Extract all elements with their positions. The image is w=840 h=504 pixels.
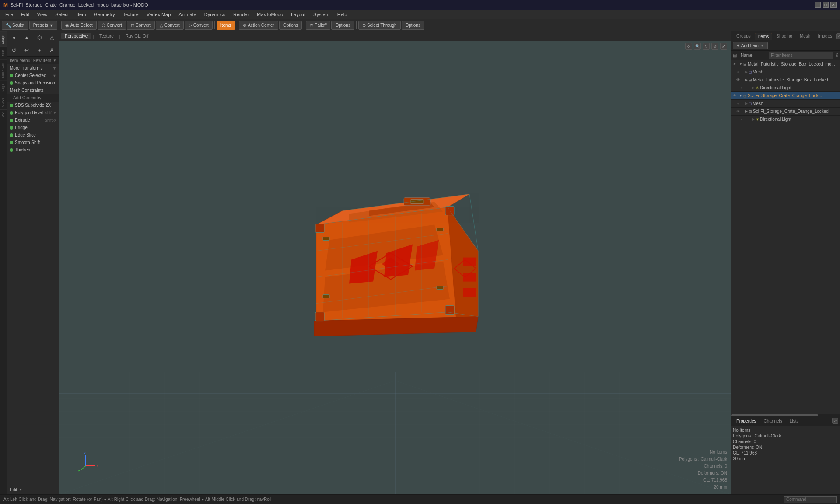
item-8-visibility-icon[interactable]: ● xyxy=(738,116,745,123)
menu-help[interactable]: Help xyxy=(334,11,351,18)
snaps-precision-button[interactable]: Snaps and Precision xyxy=(7,79,59,87)
rp-tab-groups[interactable]: Groups xyxy=(733,33,754,39)
menu-maxtomodo[interactable]: MaxToModo xyxy=(253,11,287,18)
perspective-tab[interactable]: Perspective xyxy=(61,33,91,39)
extrude-button[interactable]: Extrude Shift-X xyxy=(7,116,59,124)
item-row-5[interactable]: 👁 ▼ ⊞ Sci-Fi_Storage_Crate_Orange_Lock..… xyxy=(731,92,840,100)
rp-tab-images[interactable]: Images xyxy=(814,33,836,39)
side-tab-curve[interactable]: Curve xyxy=(0,94,7,109)
add-item-button[interactable]: + Add Item ▼ xyxy=(733,42,768,49)
viewport-settings-icon[interactable]: ⚙ xyxy=(711,43,718,50)
item-6-expand-icon[interactable]: ▶ xyxy=(745,102,748,105)
presets-button[interactable]: Presets ▼ xyxy=(29,21,57,30)
falloff-button[interactable]: ≋ Falloff xyxy=(306,21,330,30)
options-button-1[interactable]: Options xyxy=(279,21,302,30)
tool-text-icon[interactable]: A xyxy=(47,46,57,55)
item-5-visibility-icon[interactable]: 👁 xyxy=(731,92,738,100)
options-button-2[interactable]: Options xyxy=(331,21,354,30)
edge-slice-button[interactable]: Edge Slice xyxy=(7,131,59,139)
menu-system[interactable]: System xyxy=(310,11,333,18)
tool-select-item-icon[interactable]: △ xyxy=(47,33,57,42)
sculpt-button[interactable]: 🔧 Sculpt xyxy=(2,21,28,30)
side-tab-sculpt[interactable]: Sculpt xyxy=(0,32,7,47)
channels-tab[interactable]: Channels xyxy=(760,418,786,424)
menu-animate[interactable]: Animate xyxy=(175,11,200,18)
items-button[interactable]: Items xyxy=(217,21,235,30)
win-maximize-button[interactable]: □ xyxy=(822,2,829,8)
menu-file[interactable]: File xyxy=(2,11,17,18)
item-1-expand-icon[interactable]: ▼ xyxy=(739,62,742,66)
filter-input[interactable] xyxy=(769,52,833,59)
edit-button[interactable]: Edit ▼ xyxy=(7,486,59,494)
menu-select[interactable]: Select xyxy=(52,11,72,18)
options-button-3[interactable]: Options xyxy=(402,21,424,30)
item-7-visibility-icon[interactable]: 👁 xyxy=(735,108,742,116)
viewport-loop-icon[interactable]: ↻ xyxy=(703,43,710,50)
convert-button-1[interactable]: ⬡ Convert xyxy=(98,21,126,30)
tool-select-edge-icon[interactable]: ▲ xyxy=(22,33,32,42)
select-through-button[interactable]: ⊙ Select Through xyxy=(358,21,401,30)
win-minimize-button[interactable]: — xyxy=(815,2,821,8)
tool-move-icon[interactable]: ↩ xyxy=(22,46,32,55)
viewport-expand-icon[interactable]: ⤢ xyxy=(720,43,727,50)
item-6-visibility-icon[interactable]: ● xyxy=(735,100,742,108)
rp-collapse-icon[interactable]: ◁ xyxy=(836,33,840,39)
texture-tab[interactable]: Texture xyxy=(96,33,117,39)
auto-select-button[interactable]: ◉ Auto Select xyxy=(61,21,97,30)
rp-tab-mesh[interactable]: Mesh xyxy=(796,33,814,39)
convert-button-2[interactable]: ◻ Convert xyxy=(127,21,155,30)
thicken-button[interactable]: Thicken xyxy=(7,146,59,154)
item-1-visibility-icon[interactable]: 👁 xyxy=(731,60,738,68)
item-3-visibility-icon[interactable]: 👁 xyxy=(735,76,742,84)
bridge-button[interactable]: Bridge xyxy=(7,124,59,131)
center-selected-button[interactable]: Center Selected ▼ xyxy=(7,72,59,79)
item-8-expand-icon[interactable]: ▶ xyxy=(752,117,755,121)
ray-gl-tab[interactable]: Ray GL: Off xyxy=(122,33,152,39)
item-row-2[interactable]: ● ▶ ◻ Mesh xyxy=(731,68,840,76)
more-transforms-button[interactable]: More Transforms ▼ xyxy=(7,64,59,72)
sds-subdivide-button[interactable]: SDS Subdivide 2X xyxy=(7,102,59,109)
item-row-4[interactable]: ● ▶ ☀ Directional Light xyxy=(731,84,840,92)
item-2-expand-icon[interactable]: ▶ xyxy=(745,70,748,74)
tool-select-point-icon[interactable]: ● xyxy=(9,33,19,42)
side-tab-item[interactable]: Item xyxy=(0,47,7,60)
convert-button-4[interactable]: ▷ Convert xyxy=(185,21,213,30)
tool-rotate-icon[interactable]: ↺ xyxy=(9,46,19,55)
menu-dynamics[interactable]: Dynamics xyxy=(201,11,229,18)
menu-layout[interactable]: Layout xyxy=(287,11,309,18)
mesh-constraints-button[interactable]: Mesh Constraints xyxy=(7,87,59,94)
rp-tab-items[interactable]: Items xyxy=(755,33,772,40)
menu-render[interactable]: Render xyxy=(230,11,252,18)
item-7-expand-icon[interactable]: ▶ xyxy=(745,109,748,113)
side-tab-mesh-edit[interactable]: Mesh Edit xyxy=(0,60,7,81)
menu-item[interactable]: Item xyxy=(73,11,89,18)
item-row-7[interactable]: 👁 ▶ ⊞ Sci-Fi_Storage_Crate_Orange_Locked xyxy=(731,108,840,116)
item-4-expand-icon[interactable]: ▶ xyxy=(752,86,755,90)
viewport-search-icon[interactable]: 🔍 xyxy=(694,43,701,50)
rp-bottom-expand-icon[interactable]: ⤢ xyxy=(832,418,838,424)
item-row-1[interactable]: 👁 ▼ ⊞ Metal_Futuristic_Storage_Box_Locke… xyxy=(731,60,840,68)
menu-geometry[interactable]: Geometry xyxy=(90,11,118,18)
viewport-fit-icon[interactable]: ⊹ xyxy=(685,43,692,50)
item-3-expand-icon[interactable]: ▶ xyxy=(745,78,748,82)
side-tab-uv[interactable]: UV xyxy=(0,109,7,120)
lists-tab[interactable]: Lists xyxy=(786,418,802,424)
item-row-3[interactable]: 👁 ▶ ⊞ Metal_Futuristic_Storage_Box_Locke… xyxy=(731,76,840,84)
properties-tab[interactable]: Properties xyxy=(733,418,760,424)
item-row-8[interactable]: ● ▶ ☀ Directional Light xyxy=(731,116,840,123)
tool-select-poly-icon[interactable]: ⬡ xyxy=(35,33,44,42)
menu-texture[interactable]: Texture xyxy=(119,11,142,18)
viewport-3d[interactable]: ⊹ 🔍 ↻ ⚙ ⤢ xyxy=(60,41,731,494)
convert-button-3[interactable]: △ Convert xyxy=(156,21,184,30)
tool-scale-icon[interactable]: ⊞ xyxy=(35,46,44,55)
polygon-bevel-button[interactable]: Polygon Bevel Shift-B xyxy=(7,109,59,116)
menu-vertex-map[interactable]: Vertex Map xyxy=(143,11,175,18)
menu-view[interactable]: View xyxy=(34,11,51,18)
item-2-visibility-icon[interactable]: ● xyxy=(735,68,742,76)
command-input[interactable] xyxy=(784,496,836,503)
side-tab-edge[interactable]: Edge xyxy=(0,80,7,94)
item-row-6[interactable]: ● ▶ ◻ Mesh xyxy=(731,100,840,108)
item-5-expand-icon[interactable]: ▼ xyxy=(739,94,742,98)
smooth-shift-button[interactable]: Smooth Shift xyxy=(7,139,59,146)
win-close-button[interactable]: ✕ xyxy=(830,2,836,8)
